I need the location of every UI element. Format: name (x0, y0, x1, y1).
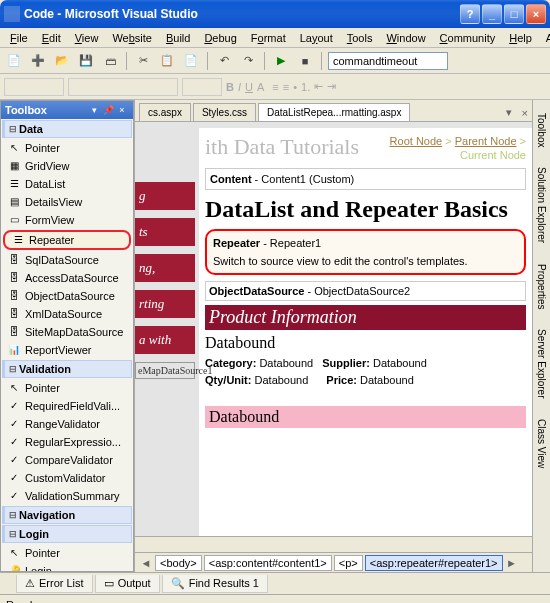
objectdatasource-control[interactable]: ObjectDataSource - ObjectDataSource2 (205, 281, 526, 301)
menu-build[interactable]: Build (160, 30, 196, 46)
redo-button[interactable]: ↷ (238, 51, 258, 71)
forecolor-button[interactable]: A (257, 81, 264, 93)
tag-repeater[interactable]: <asp:repeater#repeater1> (365, 555, 503, 571)
toolbox-pin-icon[interactable]: 📌 (101, 103, 115, 117)
toolbox-item-validationsummary[interactable]: ✓ValidationSummary (1, 487, 133, 505)
dock-tab-properties[interactable]: Properties (533, 255, 550, 319)
tag-p[interactable]: <p> (334, 555, 363, 571)
size-combo[interactable] (182, 78, 222, 96)
menu-layout[interactable]: Layout (294, 30, 339, 46)
font-combo[interactable] (68, 78, 178, 96)
cut-button[interactable]: ✂ (133, 51, 153, 71)
tabs-dropdown-icon[interactable]: ▾ (502, 104, 516, 121)
style-combo[interactable] (4, 78, 64, 96)
dock-tab-class-view[interactable]: Class View (533, 410, 550, 477)
find-combo[interactable] (328, 52, 448, 70)
breadcrumb-root[interactable]: Root Node (390, 135, 443, 147)
design-canvas[interactable]: g ts ng, rting a with eMapDataSource1 Ro… (135, 122, 532, 536)
horizontal-scrollbar[interactable] (135, 536, 532, 552)
maximize-button[interactable]: □ (504, 4, 524, 24)
toolbox-item-detailsview[interactable]: ▤DetailsView (1, 193, 133, 211)
menu-view[interactable]: View (69, 30, 105, 46)
toolbox-item-rangevalidator[interactable]: ✓RangeValidator (1, 415, 133, 433)
menu-edit[interactable]: Edit (36, 30, 67, 46)
add-item-button[interactable]: ➕ (28, 51, 48, 71)
toolbox-item-sitemapdatasource[interactable]: 🗄SiteMapDataSource (1, 323, 133, 341)
underline-button[interactable]: U (245, 81, 253, 93)
toolbox-item-requiredfieldvali-[interactable]: ✓RequiredFieldVali... (1, 397, 133, 415)
bullets-button[interactable]: • (293, 81, 297, 93)
dock-tab-toolbox[interactable]: Toolbox (533, 104, 550, 156)
toolbox-item-datalist[interactable]: ☰DataList (1, 175, 133, 193)
toolbox-item-reportviewer[interactable]: 📊ReportViewer (1, 341, 133, 359)
toolbox-header[interactable]: Toolbox ▾ 📌 × (1, 101, 133, 119)
toolbox-section-navigation[interactable]: Navigation (2, 506, 132, 524)
help-button[interactable]: ? (460, 4, 480, 24)
toolbox-item-repeater[interactable]: ☰Repeater (3, 230, 131, 250)
align-left-button[interactable]: ≡ (272, 81, 278, 93)
tab-error-list[interactable]: ⚠Error List (16, 575, 93, 593)
tag-content[interactable]: <asp:content#content1> (204, 555, 332, 571)
tab-datalistrepeater[interactable]: DataListRepea...rmatting.aspx (258, 103, 411, 121)
toolbox-item-regularexpressio-[interactable]: ✓RegularExpressio... (1, 433, 133, 451)
menu-window[interactable]: Window (380, 30, 431, 46)
outdent-button[interactable]: ⇤ (314, 80, 323, 93)
toolbox-dropdown-icon[interactable]: ▾ (87, 103, 101, 117)
toolbox-section-data[interactable]: Data (2, 120, 132, 138)
toolbox-item-pointer[interactable]: ↖Pointer (1, 139, 133, 157)
toolbox-item-comparevalidator[interactable]: ✓CompareValidator (1, 451, 133, 469)
minimize-button[interactable]: _ (482, 4, 502, 24)
copy-button[interactable]: 📋 (157, 51, 177, 71)
tab-find-results[interactable]: 🔍Find Results 1 (162, 575, 268, 593)
toolbox-item-login[interactable]: 🔑Login (1, 562, 133, 571)
close-button[interactable]: × (526, 4, 546, 24)
menu-debug[interactable]: Debug (198, 30, 242, 46)
menu-tools[interactable]: Tools (341, 30, 379, 46)
toolbox-item-gridview[interactable]: ▦GridView (1, 157, 133, 175)
numbering-button[interactable]: 1. (301, 81, 310, 93)
toolbox-item-customvalidator[interactable]: ✓CustomValidator (1, 469, 133, 487)
tab-styles-css[interactable]: Styles.css (193, 103, 256, 121)
indent-button[interactable]: ⇥ (327, 80, 336, 93)
toolbox-item-objectdatasource[interactable]: 🗄ObjectDataSource (1, 287, 133, 305)
tag-body[interactable]: <body> (155, 555, 202, 571)
dock-tab-solution-explorer[interactable]: Solution Explorer (533, 158, 550, 252)
breadcrumb-parent[interactable]: Parent Node (455, 135, 517, 147)
menu-website[interactable]: Website (106, 30, 158, 46)
tab-cs-aspx[interactable]: cs.aspx (139, 103, 191, 121)
save-button[interactable]: 💾 (76, 51, 96, 71)
new-project-button[interactable]: 📄 (4, 51, 24, 71)
repeater-control[interactable]: Repeater - Repeater1 Switch to source vi… (205, 229, 526, 275)
italic-button[interactable]: I (238, 81, 241, 93)
menu-addins[interactable]: Addins (540, 30, 550, 46)
toolbox-section-validation[interactable]: Validation (2, 360, 132, 378)
undo-button[interactable]: ↶ (214, 51, 234, 71)
toolbox-item-formview[interactable]: ▭FormView (1, 211, 133, 229)
dock-tab-server-explorer[interactable]: Server Explorer (533, 320, 550, 407)
save-all-button[interactable]: 🗃 (100, 51, 120, 71)
paste-button[interactable]: 📄 (181, 51, 201, 71)
sitemap-datasource-control[interactable]: eMapDataSource1 (135, 362, 195, 379)
menu-help[interactable]: Help (503, 30, 538, 46)
toolbox-item-label: RangeValidator (25, 418, 100, 430)
stop-button[interactable]: ■ (295, 51, 315, 71)
tag-nav-right-icon[interactable]: ► (505, 557, 519, 569)
content-placeholder[interactable]: Content - Content1 (Custom) (205, 168, 526, 190)
toolbox-item-pointer[interactable]: ↖Pointer (1, 379, 133, 397)
tab-close-icon[interactable]: × (518, 105, 532, 121)
toolbox-item-sqldatasource[interactable]: 🗄SqlDataSource (1, 251, 133, 269)
open-button[interactable]: 📂 (52, 51, 72, 71)
menu-file[interactable]: File (4, 30, 34, 46)
bold-button[interactable]: B (226, 81, 234, 93)
tag-nav-left-icon[interactable]: ◄ (139, 557, 153, 569)
toolbox-item-accessdatasource[interactable]: 🗄AccessDataSource (1, 269, 133, 287)
toolbox-close-icon[interactable]: × (115, 103, 129, 117)
align-center-button[interactable]: ≡ (283, 81, 289, 93)
start-button[interactable]: ▶ (271, 51, 291, 71)
menu-community[interactable]: Community (434, 30, 502, 46)
toolbox-section-login[interactable]: Login (2, 525, 132, 543)
menu-format[interactable]: Format (245, 30, 292, 46)
toolbox-item-pointer[interactable]: ↖Pointer (1, 544, 133, 562)
tab-output[interactable]: ▭Output (95, 575, 160, 593)
toolbox-item-xmldatasource[interactable]: 🗄XmlDataSource (1, 305, 133, 323)
